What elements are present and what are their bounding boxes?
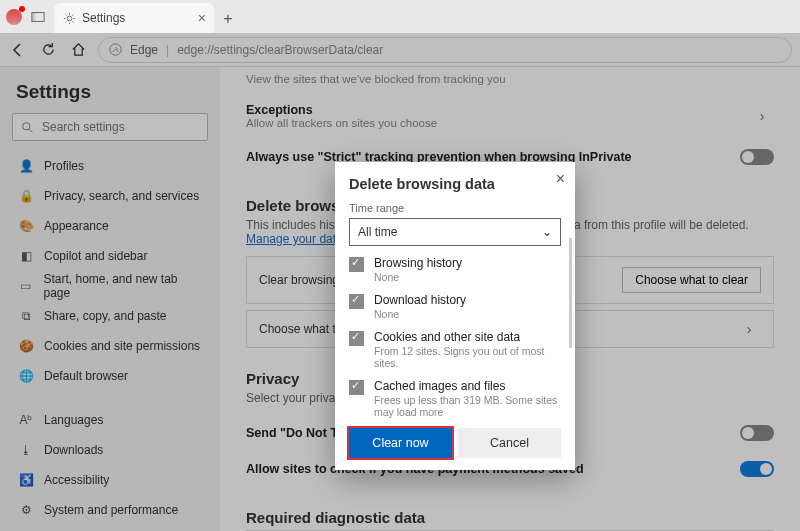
tab-actions-icon[interactable] <box>28 7 48 27</box>
checkbox-checked-icon[interactable] <box>349 380 364 395</box>
checkbox-checked-icon[interactable] <box>349 257 364 272</box>
title-bar: Settings × + <box>0 0 800 33</box>
tab-title: Settings <box>82 11 192 25</box>
clear-now-button[interactable]: Clear now <box>349 428 452 458</box>
clear-data-option[interactable]: Cached images and filesFrees up less tha… <box>349 379 561 418</box>
checkbox-checked-icon[interactable] <box>349 331 364 346</box>
time-range-label: Time range <box>349 202 561 214</box>
clear-data-option[interactable]: Download historyNone <box>349 293 561 320</box>
close-icon[interactable]: × <box>198 10 206 26</box>
checkbox-checked-icon[interactable] <box>349 294 364 309</box>
clear-data-option[interactable]: Cookies and other site dataFrom 12 sites… <box>349 330 561 369</box>
svg-rect-1 <box>32 13 36 22</box>
dialog-title: Delete browsing data <box>349 176 561 192</box>
option-subtitle: None <box>374 271 462 283</box>
option-title: Download history <box>374 293 466 307</box>
option-subtitle: From 12 sites. Signs you out of most sit… <box>374 345 561 369</box>
svg-point-2 <box>67 16 72 21</box>
option-title: Browsing history <box>374 256 462 270</box>
close-dialog-button[interactable]: × <box>556 170 565 188</box>
option-title: Cached images and files <box>374 379 561 393</box>
option-title: Cookies and other site data <box>374 330 561 344</box>
new-tab-button[interactable]: + <box>214 5 242 33</box>
option-subtitle: Frees up less than 319 MB. Some sites ma… <box>374 394 561 418</box>
cancel-button[interactable]: Cancel <box>458 428 561 458</box>
time-range-value: All time <box>358 225 397 239</box>
profile-avatar-icon[interactable] <box>6 9 22 25</box>
option-subtitle: None <box>374 308 466 320</box>
clear-browsing-data-dialog: × Delete browsing data Time range All ti… <box>335 162 575 470</box>
gear-icon <box>62 11 76 25</box>
browser-tab[interactable]: Settings × <box>54 3 214 33</box>
clear-data-option[interactable]: Browsing historyNone <box>349 256 561 283</box>
dialog-scrollbar[interactable] <box>569 238 572 348</box>
time-range-select[interactable]: All time ⌄ <box>349 218 561 246</box>
chevron-down-icon: ⌄ <box>542 225 552 239</box>
